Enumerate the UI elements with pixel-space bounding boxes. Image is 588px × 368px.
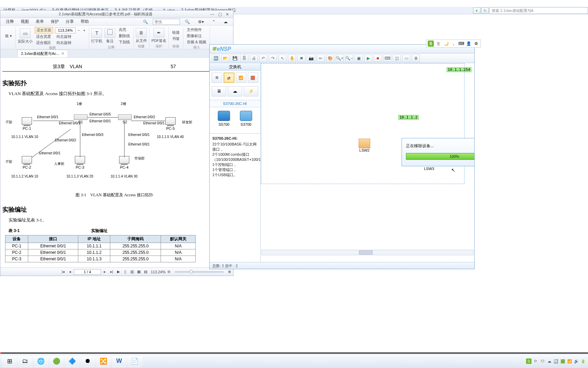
- device-s5700[interactable]: S5700: [214, 111, 234, 126]
- bookmark-button[interactable]: 书签: [171, 36, 181, 42]
- taskbar-explorer[interactable]: 🗂: [18, 355, 33, 367]
- next-page-button[interactable]: ▸: [102, 269, 108, 275]
- capture-icon[interactable]: 📷: [307, 55, 315, 62]
- taskbar-recorder[interactable]: ⏺: [80, 355, 95, 367]
- wlan-category-icon[interactable]: 📶: [236, 73, 246, 83]
- pdf-viewport[interactable]: 第3章 VLAN 57 实验拓扑 VLAN 基础配置及 Access 接口拓扑如…: [0, 58, 233, 267]
- moon-icon[interactable]: 🌙: [443, 41, 449, 47]
- save-icon[interactable]: 💾: [231, 55, 239, 62]
- undo-icon[interactable]: ↶: [259, 55, 267, 62]
- document-tab[interactable]: 2.1vlan基础配置与Ac... ✕: [17, 50, 68, 57]
- tray-speaker-icon[interactable]: 🔊: [574, 358, 579, 364]
- router-category-icon[interactable]: R: [212, 73, 222, 83]
- from-file-icon[interactable]: 🗎: [136, 28, 147, 37]
- delete-icon[interactable]: ✖: [297, 55, 306, 62]
- zoom-out-button[interactable]: −: [76, 28, 81, 33]
- settings-icon[interactable]: ⚙▾: [195, 19, 207, 24]
- pdf-sign-icon[interactable]: ✒: [153, 28, 164, 37]
- fit-view-button[interactable]: 适合视区: [35, 40, 53, 46]
- text-icon[interactable]: ✏: [316, 55, 325, 62]
- palette-icon[interactable]: 🎨: [326, 55, 334, 62]
- taskbar-shareplus[interactable]: 🔀: [96, 355, 111, 367]
- redo-icon[interactable]: ↷: [269, 55, 277, 62]
- pc-category-icon[interactable]: 🖥: [212, 86, 226, 96]
- note-tool-icon[interactable]: [104, 28, 115, 38]
- last-page-button[interactable]: ▸|: [109, 269, 115, 275]
- underline-button[interactable]: 下划线: [117, 39, 131, 45]
- cli-icon[interactable]: ⌨: [383, 55, 391, 62]
- typewriter-icon[interactable]: T: [91, 28, 102, 38]
- settings-icon[interactable]: ⚙: [473, 41, 479, 47]
- print-icon[interactable]: 🖨: [250, 55, 258, 62]
- window-icon[interactable]: ▭: [402, 55, 410, 62]
- audio-video-button[interactable]: 音频 & 视频: [185, 39, 208, 45]
- find-input[interactable]: [153, 19, 180, 25]
- highlight-button[interactable]: 高亮: [117, 27, 131, 33]
- menu-annot[interactable]: 注释: [2, 19, 17, 25]
- tray-antivirus-icon[interactable]: 🟩: [560, 358, 566, 364]
- actual-size-icon[interactable]: ▭: [20, 29, 31, 38]
- menu-help[interactable]: 帮助: [77, 19, 92, 25]
- explorer-search-input[interactable]: 搜索 2.1vlan基础配置与A: [489, 7, 588, 14]
- close-button[interactable]: ✕: [224, 12, 231, 17]
- select-icon[interactable]: ↖: [278, 55, 287, 62]
- menu-share[interactable]: 分享: [62, 19, 77, 25]
- menu-protect[interactable]: 保护: [47, 19, 62, 25]
- canvas-hscrollbar[interactable]: [261, 250, 474, 255]
- ribbon-collapse-icon[interactable]: ⌃: [209, 19, 219, 24]
- fit-width-button[interactable]: 适合宽度: [35, 34, 53, 40]
- layout-cont-icon[interactable]: ▥: [129, 269, 135, 275]
- menu-view[interactable]: 视图: [17, 19, 32, 25]
- cloud-icon[interactable]: ☁: [220, 19, 231, 24]
- tray-battery-icon[interactable]: 🔋: [581, 358, 586, 364]
- tray-sogou-icon[interactable]: S: [526, 358, 532, 364]
- file-attach-button[interactable]: 文件附件: [185, 27, 208, 33]
- fit-icon[interactable]: ▣: [355, 55, 363, 62]
- sogou-logo-icon[interactable]: S: [428, 41, 434, 47]
- layout-cont-facing-icon[interactable]: ▤: [143, 269, 149, 275]
- taskbar-ie[interactable]: 🌐: [33, 355, 48, 367]
- play-icon[interactable]: ▶: [115, 269, 121, 275]
- menu-form[interactable]: 表单: [32, 19, 47, 25]
- rotate-left-button[interactable]: 向左旋转: [55, 34, 87, 40]
- page-input[interactable]: [74, 269, 101, 275]
- console-icon[interactable]: 🖥: [412, 55, 420, 62]
- strikeout-button[interactable]: 删除线: [117, 33, 131, 39]
- taskbar-chrome[interactable]: 🟢: [49, 355, 64, 367]
- punctuation-icon[interactable]: ，: [451, 41, 457, 47]
- save-as-icon[interactable]: 🗄: [240, 55, 248, 62]
- system-tray[interactable]: S 🏳 🛡 ☁ 🔄 🟩 📶 🔊 🔋: [526, 358, 586, 364]
- layout-icon[interactable]: ◫: [393, 55, 401, 62]
- zoom-in-icon[interactable]: ⊕: [228, 270, 231, 274]
- ime-toolbar[interactable]: S 五 🌙 ， ⌨ 👤 ⚙: [426, 40, 481, 48]
- start-button[interactable]: ⊞: [2, 355, 17, 367]
- tray-sync-icon[interactable]: 🔄: [553, 358, 559, 364]
- firewall-category-icon[interactable]: 🧱: [248, 73, 258, 83]
- open-file-icon[interactable]: 📂: [221, 55, 229, 62]
- device-s3700[interactable]: S3700: [236, 111, 256, 126]
- tray-network-icon[interactable]: 📶: [567, 358, 572, 364]
- prev-page-button[interactable]: ◂: [67, 269, 73, 275]
- keyboard-icon[interactable]: ⌨: [458, 41, 464, 47]
- switch-category-icon[interactable]: ⇄: [224, 73, 234, 83]
- minimize-button[interactable]: —: [209, 12, 216, 17]
- fit-page-button[interactable]: 适合页面: [35, 27, 53, 33]
- zoom-in-icon[interactable]: 🔍+: [336, 55, 344, 62]
- canvas-node-lsw2[interactable]: LSW2: [359, 139, 370, 152]
- ensp-canvas[interactable]: 10.1.1.254 10.1.1.2 LSW2 LSW3 正在移除设备... …: [261, 63, 474, 262]
- refresh-icon[interactable]: ↻: [481, 7, 489, 14]
- zoom-out-icon[interactable]: 🔍−: [345, 55, 353, 62]
- image-annot-button[interactable]: 图像标注: [185, 33, 208, 39]
- link-category-icon[interactable]: ⚡: [244, 86, 258, 96]
- zoom-pct-input[interactable]: [55, 27, 76, 33]
- pan-icon[interactable]: ✋: [288, 55, 296, 62]
- close-tab-icon[interactable]: ✕: [61, 51, 64, 56]
- paste-button[interactable]: 板 ▾: [4, 33, 13, 39]
- ime-mode-label[interactable]: 五: [435, 41, 442, 46]
- first-page-button[interactable]: |◂: [60, 269, 66, 275]
- layout-single-icon[interactable]: ▯: [122, 269, 128, 275]
- stop-all-icon[interactable]: ■: [374, 55, 382, 62]
- person-icon[interactable]: 👤: [466, 41, 472, 47]
- link-button[interactable]: 链接: [171, 30, 181, 35]
- search-icon[interactable]: 🔍: [140, 19, 151, 24]
